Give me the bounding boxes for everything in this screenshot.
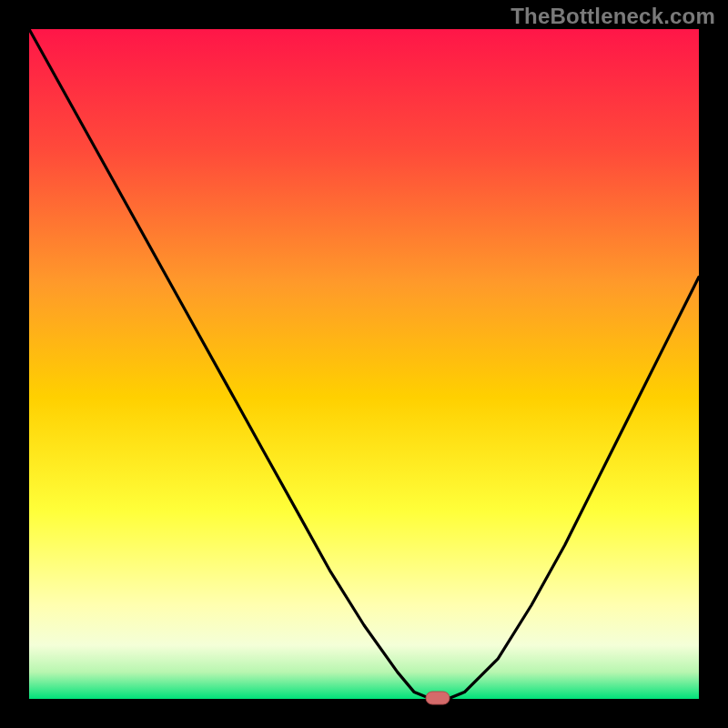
gradient-plot-area: [29, 29, 699, 699]
watermark-text: TheBottleneck.com: [511, 4, 715, 29]
chart-svg: [0, 0, 728, 728]
chart-frame: { "watermark": "TheBottleneck.com", "col…: [0, 0, 728, 728]
optimal-marker: [426, 692, 450, 704]
